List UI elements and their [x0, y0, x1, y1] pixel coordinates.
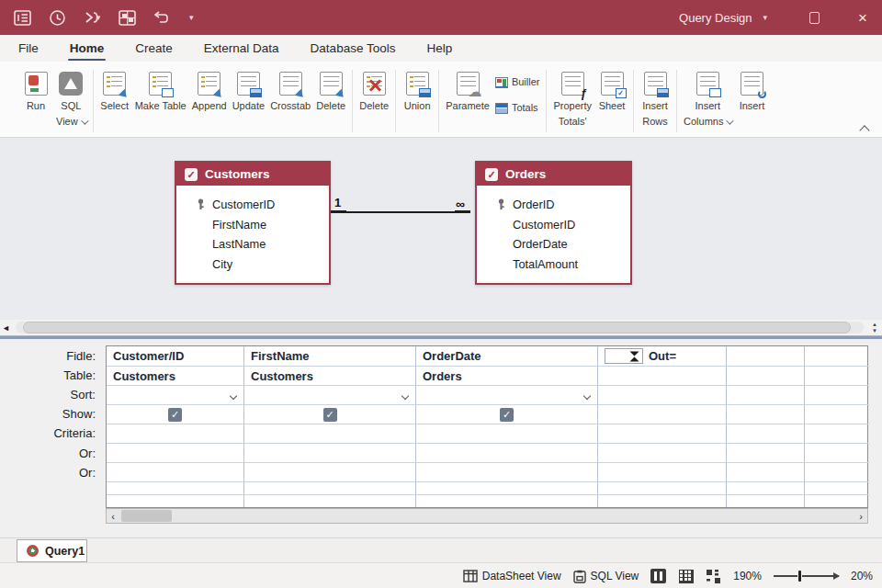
- criteria-cell[interactable]: [598, 424, 727, 444]
- table-orders-header[interactable]: ✓ Orders: [477, 163, 630, 187]
- show-checkbox[interactable]: ✓: [500, 408, 514, 422]
- layout-view-toggle[interactable]: [706, 569, 721, 583]
- table-customers-header[interactable]: ✓ Customers: [176, 163, 329, 187]
- crosstab-button[interactable]: Crosstab: [267, 68, 313, 115]
- empty-cell[interactable]: [244, 482, 416, 495]
- table-cell[interactable]: Customers: [244, 367, 416, 386]
- sort-cell[interactable]: [598, 386, 727, 405]
- empty-cell[interactable]: [416, 495, 598, 507]
- scroll-left-icon[interactable]: ‹: [107, 511, 119, 522]
- scrollbar-track[interactable]: [119, 509, 854, 523]
- redo-icon[interactable]: [153, 8, 171, 27]
- show-cell[interactable]: ✓: [107, 405, 244, 424]
- or-cell[interactable]: [805, 444, 869, 463]
- show-cell[interactable]: [805, 405, 869, 424]
- title-dropdown-icon[interactable]: ▾: [763, 13, 768, 22]
- append-button[interactable]: Append: [189, 68, 230, 115]
- restore-window-button[interactable]: [809, 12, 820, 24]
- or-cell[interactable]: [244, 463, 416, 482]
- design-view-toggle[interactable]: [650, 569, 666, 583]
- field-cell[interactable]: Out=: [598, 346, 727, 367]
- save-history-icon[interactable]: [48, 8, 66, 27]
- zoom-slider[interactable]: [774, 571, 839, 582]
- design-horizontal-scrollbar[interactable]: ◄ ▲ ▼: [0, 320, 882, 335]
- show-checkbox[interactable]: ✓: [168, 408, 182, 422]
- or-cell[interactable]: [598, 463, 727, 482]
- or-cell[interactable]: [244, 444, 416, 463]
- or-cell[interactable]: [805, 463, 869, 482]
- menu-database-tools[interactable]: Database Tools: [309, 38, 398, 59]
- field-lastname[interactable]: LastName: [176, 234, 329, 254]
- field-customerid-orders[interactable]: CustomerID: [477, 215, 630, 235]
- empty-cell[interactable]: [805, 482, 869, 495]
- totals-button[interactable]: Totals: [495, 99, 538, 117]
- or-cell[interactable]: [416, 463, 598, 482]
- collapse-ribbon-button[interactable]: [860, 125, 869, 132]
- insert-columns-button[interactable]: Insert Columns: [681, 68, 734, 130]
- table-cell[interactable]: Orders: [416, 367, 598, 386]
- menu-help[interactable]: Help: [424, 38, 454, 59]
- field-firstname[interactable]: FirstName: [176, 215, 329, 235]
- empty-cell[interactable]: [805, 495, 869, 507]
- field-totalamount[interactable]: TotalAmount: [477, 254, 630, 275]
- slider-thumb[interactable]: [798, 571, 801, 582]
- table-orders[interactable]: ✓ Orders OrderID CustomerID OrderDate To…: [475, 161, 632, 285]
- menu-external-data[interactable]: External Data: [202, 38, 281, 59]
- sort-dropdown-icon[interactable]: [401, 392, 409, 400]
- criteria-cell[interactable]: [805, 424, 869, 444]
- select-query-button[interactable]: Select: [97, 68, 132, 115]
- sort-cell[interactable]: [107, 386, 244, 405]
- sort-dropdown-icon[interactable]: [230, 392, 237, 400]
- table-cell[interactable]: Customers: [107, 367, 244, 386]
- show-cell[interactable]: [598, 405, 727, 424]
- field-orderdate[interactable]: OrderDate: [477, 234, 630, 254]
- table-cell[interactable]: [727, 367, 805, 386]
- union-button[interactable]: Union: [400, 68, 435, 115]
- field-builder-box[interactable]: [605, 348, 643, 364]
- field-cell[interactable]: FirstName: [244, 346, 416, 367]
- criteria-cell[interactable]: [107, 424, 244, 444]
- datasheet-view-button[interactable]: DataSheet View: [463, 570, 561, 582]
- field-orderid[interactable]: OrderID: [477, 195, 630, 215]
- menu-create[interactable]: Create: [133, 38, 175, 59]
- criteria-cell[interactable]: [416, 424, 598, 444]
- sheet-button[interactable]: ✓ Sheet: [594, 68, 629, 115]
- insert-rows-button[interactable]: Insert Rows: [638, 68, 673, 130]
- criteria-cell[interactable]: [727, 424, 805, 444]
- scroll-left-icon[interactable]: ◄: [0, 323, 12, 333]
- pane-splitter[interactable]: ▲ ▼: [867, 322, 882, 334]
- chevron-down-icon[interactable]: ▾: [189, 13, 194, 22]
- or-cell[interactable]: [598, 444, 727, 463]
- make-table-button[interactable]: Make Table: [132, 68, 189, 115]
- field-cell[interactable]: [805, 346, 869, 367]
- chevron-down-icon[interactable]: ▾: [96, 13, 101, 22]
- field-customerid[interactable]: CustomerID: [176, 195, 329, 215]
- field-cell[interactable]: OrderDate: [416, 346, 598, 367]
- run-button[interactable]: Run: [18, 68, 53, 115]
- or-cell[interactable]: [416, 444, 598, 463]
- criteria-cell[interactable]: [244, 424, 416, 444]
- scroll-right-icon[interactable]: ›: [854, 511, 867, 522]
- scrollbar-thumb[interactable]: [121, 510, 172, 522]
- empty-cell[interactable]: [416, 482, 598, 495]
- datasheet-icon[interactable]: [118, 8, 136, 27]
- sort-cell[interactable]: [244, 386, 416, 405]
- sort-cell[interactable]: [416, 386, 598, 405]
- parameters-button[interactable]: ☁ Paramete: [443, 68, 492, 115]
- delete-button[interactable]: Delete: [356, 68, 391, 115]
- relationship-join-line[interactable]: [331, 211, 470, 213]
- sort-cell[interactable]: [805, 386, 869, 405]
- scrollbar-thumb[interactable]: [23, 322, 851, 334]
- empty-cell[interactable]: [107, 482, 244, 495]
- property-sheet-button[interactable]: ƒ Property Totals': [550, 68, 594, 130]
- empty-cell[interactable]: [598, 482, 727, 495]
- empty-cell[interactable]: [598, 495, 727, 507]
- menu-home[interactable]: Home: [68, 38, 107, 59]
- sort-dropdown-icon[interactable]: [583, 392, 591, 400]
- table-cell[interactable]: [598, 367, 727, 386]
- empty-cell[interactable]: [107, 495, 244, 507]
- grid-horizontal-scrollbar[interactable]: ‹ ›: [106, 508, 868, 524]
- table-customers[interactable]: ✓ Customers CustomerID FirstName LastNam…: [175, 161, 331, 285]
- datasheet-view-toggle[interactable]: [678, 569, 694, 583]
- undo-icon[interactable]: ▾: [83, 8, 101, 27]
